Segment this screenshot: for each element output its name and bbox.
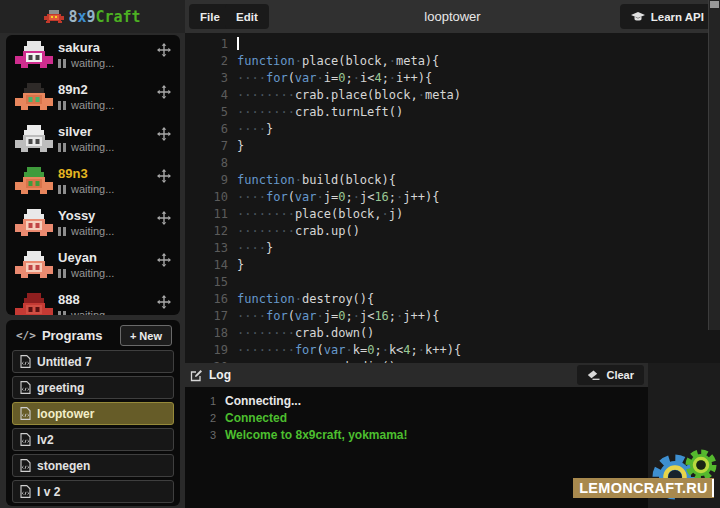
program-list: Untitled 7 greeting looptower lv2 stoneg… xyxy=(6,350,180,503)
move-icon[interactable] xyxy=(157,43,171,57)
log-body: 1 Connecting...2 Connected3 Welcome to 8… xyxy=(185,387,648,444)
program-item[interactable]: Untitled 7 xyxy=(12,350,174,373)
programs-glyph-icon: </> xyxy=(16,329,36,342)
entity-row[interactable]: Ueyan waiting... xyxy=(6,245,180,287)
code-line[interactable]: 15 xyxy=(185,274,720,291)
line-number: 14 xyxy=(185,257,237,274)
entity-list-panel: sakura waiting... 89n2 waiting... silver… xyxy=(6,35,180,315)
entity-row[interactable]: 888 waiting... xyxy=(6,287,180,315)
program-item[interactable]: stonegen xyxy=(12,454,174,477)
top-bar: 8x9Craft looptower File Edit Learn API xyxy=(0,0,720,33)
app-window: 8x9Craft looptower File Edit Learn API s… xyxy=(0,0,720,508)
crab-avatar xyxy=(14,291,54,315)
code-line[interactable]: 2function·place(block,·meta){ xyxy=(185,53,720,70)
entity-row[interactable]: silver waiting... xyxy=(6,119,180,161)
edit-menu-button[interactable]: Edit xyxy=(225,4,269,29)
log-line-text: Connected xyxy=(225,410,287,427)
code-line[interactable]: 10····for(var·j=0;·j<16;·j++){ xyxy=(185,189,720,206)
compose-icon xyxy=(190,369,203,382)
entity-row[interactable]: 89n2 waiting... xyxy=(6,77,180,119)
move-icon[interactable] xyxy=(157,211,171,225)
program-item[interactable]: lv2 xyxy=(12,428,174,451)
move-icon[interactable] xyxy=(157,295,171,309)
log-line-number: 2 xyxy=(185,410,225,427)
crab-logo-icon xyxy=(44,10,64,24)
lemoncraft-watermark-banner[interactable]: LEMONCRAFT.RU xyxy=(573,478,714,498)
line-number: 15 xyxy=(185,274,237,291)
pause-icon xyxy=(58,227,66,236)
program-label: stonegen xyxy=(37,459,90,473)
code-line[interactable]: 9function·build(block){ xyxy=(185,172,720,189)
crab-avatar xyxy=(14,123,54,157)
line-number: 6 xyxy=(185,121,237,138)
log-line: 1 Connecting... xyxy=(185,393,648,410)
code-line[interactable]: 19········for(var·k=0;·k<4;·k++){ xyxy=(185,342,720,359)
log-title: Log xyxy=(209,368,231,382)
code-line[interactable]: 18········crab.down() xyxy=(185,325,720,342)
code-file-icon xyxy=(20,381,31,394)
pause-icon xyxy=(58,185,66,194)
entity-status: waiting... xyxy=(58,225,114,237)
graduation-cap-icon xyxy=(631,12,645,22)
entity-name: Yossy xyxy=(58,208,95,223)
editor-scrollbar-thumb[interactable] xyxy=(710,1,719,8)
line-number: 16 xyxy=(185,291,237,308)
program-label: lv2 xyxy=(37,433,54,447)
code-line[interactable]: 16function·destroy(){ xyxy=(185,291,720,308)
line-number: 4 xyxy=(185,87,237,104)
program-item[interactable]: l v 2 xyxy=(12,480,174,503)
editor-scrollbar[interactable] xyxy=(708,0,720,330)
code-line[interactable]: 6····} xyxy=(185,121,720,138)
crab-avatar xyxy=(14,207,54,241)
code-line[interactable]: 1 xyxy=(185,36,720,53)
line-number: 8 xyxy=(185,155,237,172)
crab-avatar xyxy=(14,165,54,199)
program-item[interactable]: looptower xyxy=(12,402,174,425)
entity-row[interactable]: 89n3 waiting... xyxy=(6,161,180,203)
entity-status: waiting... xyxy=(58,141,114,153)
entity-row[interactable]: sakura waiting... xyxy=(6,35,180,77)
entity-name: Ueyan xyxy=(58,250,97,265)
code-file-icon xyxy=(20,407,31,420)
code-line[interactable]: 5········crab.turnLeft() xyxy=(185,104,720,121)
program-item[interactable]: greeting xyxy=(12,376,174,399)
eraser-icon xyxy=(587,370,600,380)
code-line[interactable]: 4········crab.place(block,·meta) xyxy=(185,87,720,104)
code-file-icon xyxy=(20,433,31,446)
learn-api-button[interactable]: Learn API xyxy=(620,4,715,29)
new-program-button[interactable]: + New xyxy=(120,325,172,346)
code-line[interactable]: 13····} xyxy=(185,240,720,257)
clear-log-label: Clear xyxy=(606,369,634,381)
app-logo: 8x9Craft xyxy=(0,0,185,33)
move-icon[interactable] xyxy=(157,253,171,267)
crab-avatar xyxy=(14,39,54,73)
learn-api-label: Learn API xyxy=(651,11,704,23)
code-line[interactable]: 11········place(block,·j) xyxy=(185,206,720,223)
pause-icon xyxy=(58,269,66,278)
code-file-icon xyxy=(20,485,31,498)
line-number: 7 xyxy=(185,138,237,155)
code-line[interactable]: 12········crab.up() xyxy=(185,223,720,240)
move-icon[interactable] xyxy=(157,127,171,141)
clear-log-button[interactable]: Clear xyxy=(577,365,644,385)
log-line-text: Connecting... xyxy=(225,393,301,410)
code-editor[interactable]: 12function·place(block,·meta){3····for(v… xyxy=(185,33,720,363)
text-caret xyxy=(712,479,714,497)
code-line[interactable]: 3····for(var·i=0;·i<4;·i++){ xyxy=(185,70,720,87)
code-line[interactable]: 7} xyxy=(185,138,720,155)
text-cursor xyxy=(237,37,239,50)
program-label: l v 2 xyxy=(37,485,60,499)
entity-status: waiting... xyxy=(58,99,114,111)
code-line[interactable]: 8 xyxy=(185,155,720,172)
log-line-number: 3 xyxy=(185,427,225,444)
entity-row[interactable]: Yossy waiting... xyxy=(6,203,180,245)
code-line[interactable]: 17····for(var·j=0;·j<16;·j++){ xyxy=(185,308,720,325)
programs-panel: </> Programs + New Untitled 7 greeting l… xyxy=(6,320,180,506)
code-line[interactable]: 14} xyxy=(185,257,720,274)
move-icon[interactable] xyxy=(157,169,171,183)
log-header: Log Clear xyxy=(185,363,648,387)
pause-icon xyxy=(58,59,66,68)
log-line: 3 Welcome to 8x9craft, yokmama! xyxy=(185,427,648,444)
gear-icon xyxy=(684,448,718,482)
move-icon[interactable] xyxy=(157,85,171,99)
